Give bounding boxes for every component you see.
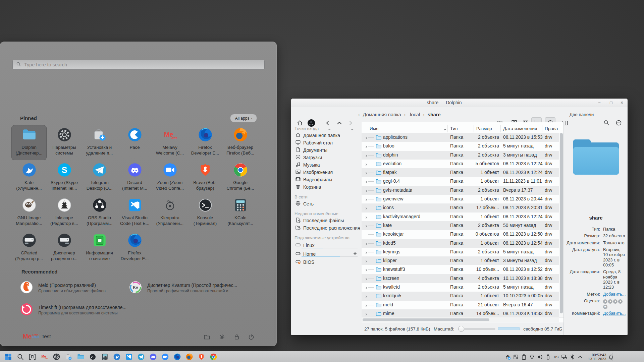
app-firefox-dev[interactable]: FirefoxDeveloper E... [187,125,223,160]
app-konsole[interactable]: Konsole(Терминал) [187,195,223,231]
file-manager-button[interactable] [204,334,210,340]
app-chrome[interactable]: GoogleChrome (Бе... [223,160,258,195]
expander-icon[interactable] [365,312,368,317]
app-dolphin-selected[interactable]: Dolphin(Диспетчер... [11,125,47,160]
taskbar-kate-icon[interactable] [113,353,121,361]
app-gimp[interactable]: GNU ImageManipulatio... [11,195,47,231]
app-pace[interactable]: Pace [117,125,152,160]
column-date[interactable]: Дата изменения [503,126,537,131]
table-row-evolution[interactable]: evolution Папка 5 объектов 08.11.2023 в … [362,160,564,168]
tray-clipboard-icon[interactable] [521,354,527,360]
app-inkscape[interactable]: Inkscape(Редактор в... [47,195,82,231]
expander-icon[interactable] [365,250,368,255]
all-apps-button[interactable]: All apps› [230,114,257,122]
table-row-icons[interactable]: icons Папка 17 объек... 08.11.2023 в 20:… [362,203,564,212]
sidebar-item-сеть[interactable]: Сеть [295,200,362,207]
table-row-keyrings[interactable]: keyrings Папка 2 объекта 5 минут назад d… [362,248,564,256]
app-kate[interactable]: Kate(Улучшенн... [11,160,47,195]
taskbar-vscode-icon[interactable] [125,353,133,361]
sidebar-item-домашняя-папка[interactable]: Домашняя папка [295,132,362,139]
recommended-kvantum[interactable]: Kv Диспетчер Kvantum (Простой графичес..… [128,280,237,296]
table-row-kactivitymanagerd[interactable]: kactivitymanagerd Папка 1 объект 08.11.2… [362,213,564,221]
table-row-knewstuff3[interactable]: knewstuff3 Папка 10 объек... 08.11.2023 … [362,265,564,274]
vertical-scrollbar[interactable] [559,133,564,317]
sidebar-item-корзина[interactable]: Корзина [295,183,362,191]
star-icon[interactable]: ★ [603,305,607,309]
sidebar-item-музыка[interactable]: Музыка [295,161,362,169]
expander-icon[interactable] [365,224,368,229]
expander-icon[interactable] [365,259,368,264]
table-row-flatpak[interactable]: flatpak Папка 1 объект 08.11.2023 в 12:2… [362,168,564,177]
taskbar-brave-icon[interactable] [198,353,205,361]
expander-icon[interactable] [365,162,368,167]
table-row-mime[interactable]: mime Папка 14 объек... 08.11.2023 в 14:3… [362,309,564,318]
taskbar-search-icon[interactable] [16,353,24,361]
sidebar-item-home[interactable]: Home [295,250,362,258]
horizontal-scrollbar[interactable] [362,317,559,322]
star-icon[interactable]: ★ [603,299,607,304]
table-row-kcookiejar[interactable]: kcookiejar Папка 0 объектов 08.11.2023 в… [362,230,564,239]
expander-icon[interactable] [365,242,368,247]
expander-icon[interactable] [365,303,368,308]
expander-icon[interactable] [365,268,368,273]
search-input[interactable]: Type here to search [12,60,265,70]
breadcrumb-home[interactable]: Домашняя папка [363,112,401,117]
add-link[interactable]: Добавить... [603,291,626,297]
expander-icon[interactable] [365,277,368,282]
table-row-applications[interactable]: applications Папка 2 объекта 08.11.2023 … [362,133,564,142]
minimize-button[interactable]: − [596,100,603,106]
app-gparted[interactable]: GParted(Редактор р... [11,231,47,266]
keyboard-layout[interactable]: us [553,354,559,359]
tray-bluetooth-icon[interactable] [569,354,575,360]
app-obs[interactable]: OBS Studio(Программ... [82,195,117,231]
taskbar-discord-icon[interactable] [149,353,157,361]
taskbar-firefox-dev-icon[interactable] [173,353,181,361]
app-skype[interactable]: S Skype (SkypeInternet Tel... [47,160,82,195]
taskbar-settings-icon[interactable] [53,353,60,361]
rating-stars[interactable]: ★★★★★ [603,298,626,310]
app-melawy[interactable]: MeLAWY MelawyWelcome (C... [152,125,187,160]
expander-icon[interactable] [365,154,368,159]
tray-usb-icon[interactable] [545,354,551,360]
taskbar-firefox-icon[interactable] [185,353,193,361]
app-vscode[interactable]: Visual StudioCode (Text E... [117,195,152,231]
sidebar-item-изображения[interactable]: Изображения [295,169,362,176]
app-partitionmanager[interactable]: Диспетчерразделов о... [47,231,82,266]
table-row-baloo[interactable]: baloo Папка 2 объекта 5 минут назад drw [362,142,564,150]
titlebar[interactable]: share — Dolphin − □ × [291,99,628,107]
sidebar-item-загрузки[interactable]: Загрузки [295,154,362,161]
taskbar-telegram-icon[interactable] [137,353,145,361]
show-desktop-separator[interactable] [612,353,612,361]
taskbar-kcalc-icon[interactable] [101,353,109,361]
column-name[interactable]: Имя [370,126,378,131]
table-row-kded5[interactable]: kded5 Папка 1 объект 08.11.2023 в 12:54 … [362,239,564,248]
tray-discover-update-icon[interactable] [505,354,511,360]
expander-icon[interactable] [365,180,368,185]
column-perms[interactable]: Права [545,126,558,131]
star-icon[interactable]: ★ [613,299,618,304]
table-row-kscreen[interactable]: kscreen Папка 4 объекта 10.11.2023 в 18:… [362,274,564,283]
expander-icon[interactable] [365,286,368,291]
app-installer[interactable]: Установка иудаление п... [82,125,117,160]
app-firefox-dev[interactable]: FirefoxDeveloper E... [117,231,152,266]
app-kcalc[interactable]: KCalc(Калькулят... [223,195,258,231]
add-link[interactable]: Добавить... [603,310,626,317]
maximize-button[interactable]: □ [607,100,615,106]
breadcrumb-current[interactable]: share [428,112,441,117]
tray-volume-icon[interactable] [537,354,543,360]
app-brave[interactable]: Brave (Веб-браузер) [187,160,223,195]
split-view-label[interactable]: Две панели [570,112,594,117]
recommended-timeshift[interactable]: Timeshift (Программа для восстановле...П… [19,302,126,318]
table-row-kwalletd[interactable]: kwalletd Папка 2 объекта 5 минут назад d… [362,283,564,292]
taskbar-launcher-icon[interactable] [4,353,12,361]
expander-icon[interactable] [365,215,368,220]
app-zoom[interactable]: Zoom (ZoomVideo Confe... [152,160,187,195]
sidebar-item-видеофайлы[interactable]: Видеофайлы [295,176,362,183]
taskbar-dolphin-icon[interactable] [77,353,85,361]
app-telegram[interactable]: TelegramDesktop (O... [82,160,117,195]
clock[interactable]: 00:53:4313.11.2023 [587,353,606,361]
column-size[interactable]: Размер [476,126,492,131]
eject-icon[interactable] [353,251,357,257]
table-row-gegl-0.4[interactable]: gegl-0.4 Папка 1 объект 11.11.2023 в 11:… [362,177,564,186]
star-icon[interactable]: ★ [608,299,612,304]
